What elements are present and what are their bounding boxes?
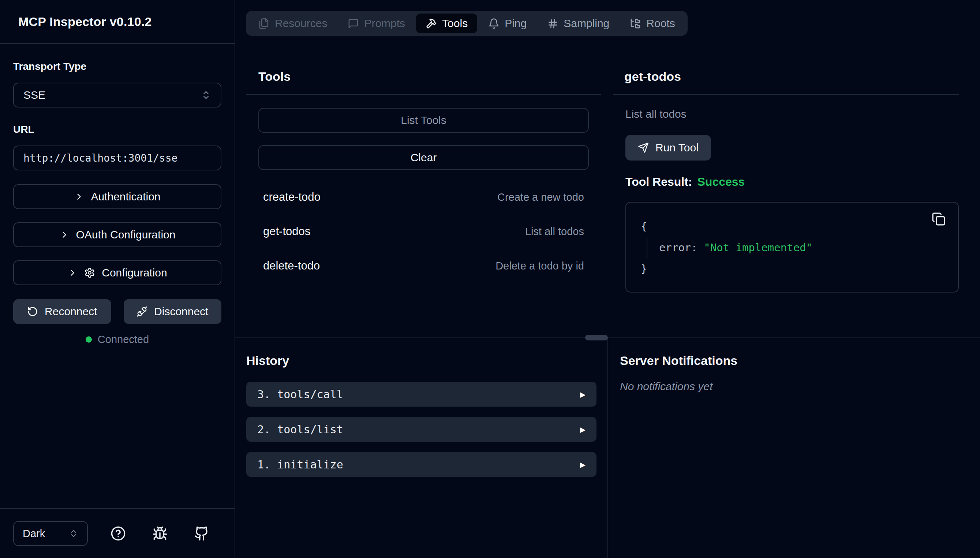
tool-name: create-todo xyxy=(263,190,321,204)
tools-panel-buttons: List Tools Clear xyxy=(258,108,589,170)
server-notifications-title: Server Notifications xyxy=(620,354,980,368)
no-notifications-text: No notifications yet xyxy=(620,380,980,393)
tab-tools[interactable]: Tools xyxy=(416,13,477,33)
connection-actions: Reconnect Disconnect xyxy=(13,299,221,324)
footer-icons xyxy=(110,526,209,541)
tools-panel-title: Tools xyxy=(258,69,601,84)
tab-resources-label: Resources xyxy=(275,17,327,30)
splitter-drag-handle[interactable] xyxy=(585,335,608,340)
github-icon[interactable] xyxy=(194,526,209,541)
tab-roots-label: Roots xyxy=(646,17,675,30)
connected-status-dot xyxy=(86,336,92,343)
oauth-configuration-collapse-button[interactable]: OAuth Configuration xyxy=(13,222,221,247)
tool-result-row: Tool Result: Success xyxy=(625,175,959,189)
clear-button[interactable]: Clear xyxy=(258,145,589,170)
history-title: History xyxy=(246,354,597,368)
history-item-initialize[interactable]: 1. initialize ▶ xyxy=(246,452,597,477)
disconnect-label: Disconnect xyxy=(154,305,208,318)
message-square-icon xyxy=(348,18,359,29)
app-title: MCP Inspector v0.10.2 xyxy=(18,15,152,29)
connection-settings: Transport Type SSE URL http://localhost:… xyxy=(0,44,235,508)
tool-description: Create a new todo xyxy=(497,191,584,203)
help-icon[interactable] xyxy=(110,526,126,541)
sidebar-footer: Dark xyxy=(0,508,235,558)
tool-row-get-todos[interactable]: get-todos List all todos xyxy=(263,219,584,244)
horizontal-splitter xyxy=(235,338,980,338)
folder-tree-icon xyxy=(630,18,641,29)
tool-name: delete-todo xyxy=(263,259,320,272)
tool-detail-title: get-todos xyxy=(624,69,959,84)
transport-type-value: SSE xyxy=(23,89,45,101)
authentication-label: Authentication xyxy=(91,190,160,203)
tool-result-status: Success xyxy=(697,175,745,189)
panels: Tools List Tools Clear create-todo Creat… xyxy=(235,36,980,338)
history-item-label: 1. initialize xyxy=(257,458,343,471)
url-value: http://localhost:3001/sse xyxy=(23,152,178,164)
chevrons-up-down-icon xyxy=(201,90,211,100)
authentication-collapse-button[interactable]: Authentication xyxy=(13,184,221,209)
url-label: URL xyxy=(13,123,221,135)
json-error-line: error: "Not implemented" xyxy=(647,237,944,258)
tab-prompts[interactable]: Prompts xyxy=(338,11,414,36)
tool-result-json: { error: "Not implemented" } xyxy=(625,202,959,292)
main-area: Resources Prompts Tools Ping Sampling Ro… xyxy=(235,0,980,558)
list-tools-button[interactable]: List Tools xyxy=(258,108,589,133)
bell-icon xyxy=(488,18,500,29)
tool-row-delete-todo[interactable]: delete-todo Delete a todo by id xyxy=(263,253,584,278)
expand-arrow-icon: ▶ xyxy=(580,389,585,400)
top-section: Resources Prompts Tools Ping Sampling Ro… xyxy=(235,0,980,338)
divider xyxy=(246,94,601,95)
divider xyxy=(613,94,959,95)
chevron-right-icon xyxy=(59,230,69,240)
theme-select[interactable]: Dark xyxy=(13,521,88,546)
url-input[interactable]: http://localhost:3001/sse xyxy=(13,146,221,171)
tab-ping[interactable]: Ping xyxy=(478,11,536,36)
history-item-label: 2. tools/list xyxy=(257,423,343,436)
json-string-value: "Not implemented" xyxy=(704,241,812,254)
hammer-icon xyxy=(426,18,437,29)
hash-icon xyxy=(547,18,558,29)
oauth-configuration-label: OAuth Configuration xyxy=(76,228,176,241)
server-notifications-panel: Server Notifications No notifications ye… xyxy=(607,338,980,558)
copy-button[interactable] xyxy=(932,212,948,228)
run-tool-label: Run Tool xyxy=(655,141,699,154)
chevrons-up-down-icon xyxy=(69,529,78,538)
connected-status-text: Connected xyxy=(98,333,149,346)
tool-description: List all todos xyxy=(525,226,584,238)
history-item-tools-list[interactable]: 2. tools/list ▶ xyxy=(246,417,597,442)
disconnect-button[interactable]: Disconnect xyxy=(124,299,222,324)
expand-arrow-icon: ▶ xyxy=(580,459,585,470)
tools-panel: Tools List Tools Clear create-todo Creat… xyxy=(246,36,601,338)
tab-resources[interactable]: Resources xyxy=(249,11,337,36)
tool-description: Delete a todo by id xyxy=(495,260,584,272)
chevron-right-icon xyxy=(74,192,84,202)
history-item-tools-call[interactable]: 3. tools/call ▶ xyxy=(246,382,597,407)
tool-detail-panel: get-todos List all todos Run Tool Tool R… xyxy=(613,36,959,338)
reconnect-button[interactable]: Reconnect xyxy=(13,299,111,324)
sidebar-header: MCP Inspector v0.10.2 xyxy=(0,0,235,44)
run-tool-button[interactable]: Run Tool xyxy=(625,135,711,161)
tab-ping-label: Ping xyxy=(505,17,526,30)
json-key: error: xyxy=(659,241,697,254)
history-list: 3. tools/call ▶ 2. tools/list ▶ 1. initi… xyxy=(246,382,597,477)
bug-icon[interactable] xyxy=(152,526,168,541)
transport-type-select[interactable]: SSE xyxy=(13,83,221,108)
tool-row-create-todo[interactable]: create-todo Create a new todo xyxy=(263,185,584,210)
json-open-brace: { xyxy=(641,216,944,237)
theme-value: Dark xyxy=(23,528,45,540)
tab-sampling-label: Sampling xyxy=(564,17,609,30)
tab-roots[interactable]: Roots xyxy=(620,11,684,36)
bottom-section: History 3. tools/call ▶ 2. tools/list ▶ … xyxy=(235,338,980,558)
connection-status: Connected xyxy=(13,333,221,346)
tool-detail-description: List all todos xyxy=(625,108,959,120)
json-close-brace: } xyxy=(641,258,944,279)
reconnect-label: Reconnect xyxy=(44,305,97,318)
transport-type-label: Transport Type xyxy=(13,61,221,72)
tab-sampling[interactable]: Sampling xyxy=(538,11,619,36)
files-icon xyxy=(258,18,270,29)
tab-prompts-label: Prompts xyxy=(364,17,405,30)
tab-tools-label: Tools xyxy=(442,17,468,30)
configuration-collapse-button[interactable]: Configuration xyxy=(13,260,221,285)
gear-icon xyxy=(84,267,95,278)
sidebar: MCP Inspector v0.10.2 Transport Type SSE… xyxy=(0,0,235,558)
